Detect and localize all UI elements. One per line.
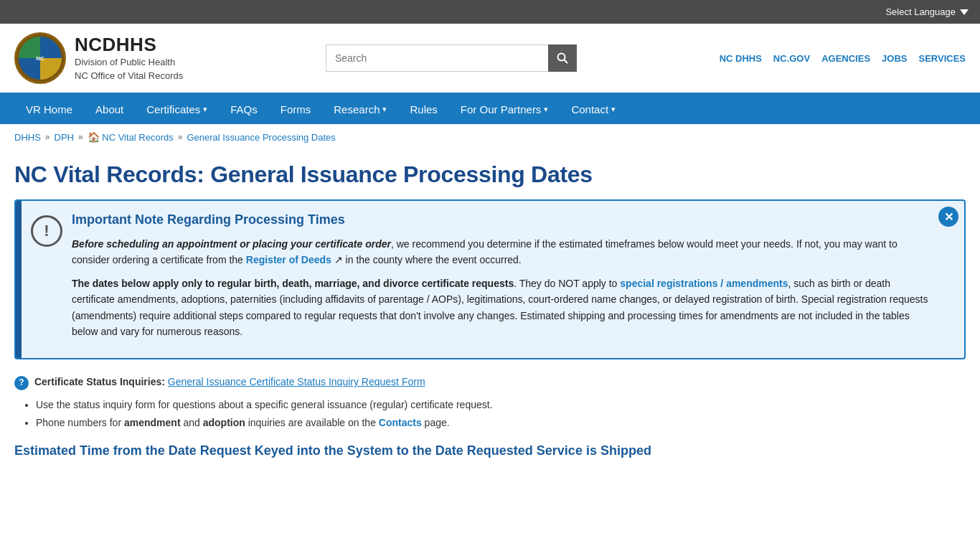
nav-contact[interactable]: Contact ▾ bbox=[560, 95, 627, 124]
notice-para-2: The dates below apply only to regular bi… bbox=[72, 276, 928, 340]
quick-link-ncgov[interactable]: NC.GOV bbox=[773, 53, 810, 64]
notice-icon-area: ! bbox=[22, 201, 72, 358]
notice-italic-text: Before scheduling an appointment or plac… bbox=[72, 238, 391, 250]
language-selector[interactable]: Select Language bbox=[885, 6, 969, 17]
status-section: ? Certificate Status Inquiries: General … bbox=[14, 374, 966, 432]
svg-point-0 bbox=[557, 54, 565, 61]
quick-link-jobs[interactable]: JOBS bbox=[882, 53, 907, 64]
status-bullet-list: Use the status inquiry form for question… bbox=[14, 396, 966, 432]
quick-links: NC DHHS NC.GOV AGENCIES JOBS SERVICES bbox=[720, 53, 966, 64]
nav-research[interactable]: Research ▾ bbox=[322, 95, 398, 124]
quick-link-agencies[interactable]: AGENCIES bbox=[821, 53, 870, 64]
quick-link-services[interactable]: SERVICES bbox=[918, 53, 966, 64]
breadcrumb-sep-3: » bbox=[178, 132, 183, 142]
register-of-deeds-link[interactable]: Register of Deeds bbox=[246, 254, 331, 265]
bullet-item-2: Phone numbers for amendment and adoption… bbox=[36, 414, 966, 432]
nav-forms[interactable]: Forms bbox=[269, 95, 323, 124]
chevron-down-icon: ▾ bbox=[611, 105, 616, 114]
org-title: NCDHHS Division of Public Health NC Offi… bbox=[75, 34, 183, 82]
breadcrumb-sep-1: » bbox=[45, 132, 50, 142]
quick-link-ncdhhs[interactable]: NC DHHS bbox=[720, 53, 762, 64]
adoption-bold: adoption bbox=[203, 417, 245, 428]
notice-box: ! Important Note Regarding Processing Ti… bbox=[14, 199, 966, 359]
breadcrumb: DHHS » DPH » 🏠 NC Vital Records » Genera… bbox=[0, 124, 980, 150]
language-label: Select Language bbox=[885, 6, 956, 17]
contacts-link[interactable]: Contacts bbox=[379, 417, 422, 428]
special-registrations-link[interactable]: special registrations / amendments bbox=[620, 278, 788, 289]
nav-partners[interactable]: For Our Partners ▾ bbox=[449, 95, 560, 124]
org-name: NCDHHS bbox=[75, 34, 183, 56]
notice-heading: Important Note Regarding Processing Time… bbox=[72, 212, 928, 227]
page-title-area: NC Vital Records: General Issuance Proce… bbox=[0, 150, 980, 194]
main-content: ! Important Note Regarding Processing Ti… bbox=[0, 194, 980, 476]
notice-bold-dates: The dates below apply only to regular bi… bbox=[72, 278, 514, 289]
bullet-item-1: Use the status inquiry form for question… bbox=[36, 396, 966, 414]
nav-faqs[interactable]: FAQs bbox=[219, 95, 269, 124]
search-button[interactable] bbox=[548, 44, 577, 72]
status-inquiry-link[interactable]: General Issuance Certificate Status Inqu… bbox=[168, 376, 425, 387]
search-icon bbox=[557, 52, 568, 64]
status-label: Certificate Status Inquiries: bbox=[34, 376, 165, 387]
estimated-section-heading: Estimated Time from the Date Request Key… bbox=[14, 443, 966, 461]
nav-certificates[interactable]: Certificates ▾ bbox=[135, 95, 219, 124]
question-icon: ? bbox=[14, 376, 29, 390]
nav-bar: VR Home About Certificates ▾ FAQs Forms … bbox=[0, 95, 980, 124]
chevron-down-icon bbox=[960, 9, 969, 15]
chevron-down-icon: ▾ bbox=[544, 105, 548, 114]
breadcrumb-nc-vital[interactable]: 🏠 NC Vital Records bbox=[88, 131, 174, 143]
site-header: NC NCDHHS Division of Public Health NC O… bbox=[0, 24, 980, 95]
chevron-down-icon: ▾ bbox=[203, 105, 207, 114]
breadcrumb-current[interactable]: General Issuance Processing Dates bbox=[187, 132, 335, 143]
nav-rules[interactable]: Rules bbox=[398, 95, 448, 124]
breadcrumb-dph[interactable]: DPH bbox=[55, 132, 74, 143]
breadcrumb-dhhs[interactable]: DHHS bbox=[14, 132, 41, 143]
breadcrumb-sep-2: » bbox=[78, 132, 83, 142]
chevron-down-icon: ▾ bbox=[382, 105, 387, 114]
logo-seal: NC bbox=[14, 32, 66, 84]
close-notice-button[interactable]: ✕ bbox=[938, 207, 958, 227]
seal-inner: NC bbox=[19, 37, 62, 80]
search-input[interactable] bbox=[326, 44, 548, 72]
amendment-bold: amendment bbox=[124, 417, 181, 428]
svg-line-1 bbox=[564, 60, 567, 64]
org-sub1: Division of Public Health bbox=[75, 56, 183, 69]
home-icon: 🏠 bbox=[88, 131, 100, 143]
exclamation-icon: ! bbox=[31, 215, 62, 247]
notice-para-1: Before scheduling an appointment or plac… bbox=[72, 236, 928, 268]
nav-vr-home[interactable]: VR Home bbox=[14, 95, 84, 124]
notice-left-bar bbox=[16, 201, 22, 358]
org-sub2: NC Office of Vital Records bbox=[75, 70, 183, 83]
page-title: NC Vital Records: General Issuance Proce… bbox=[14, 161, 966, 188]
nav-about[interactable]: About bbox=[84, 95, 135, 124]
utility-bar: Select Language bbox=[0, 0, 980, 24]
logo-area: NC NCDHHS Division of Public Health NC O… bbox=[14, 32, 183, 84]
search-area bbox=[326, 44, 577, 72]
notice-content: Important Note Regarding Processing Time… bbox=[72, 201, 964, 358]
